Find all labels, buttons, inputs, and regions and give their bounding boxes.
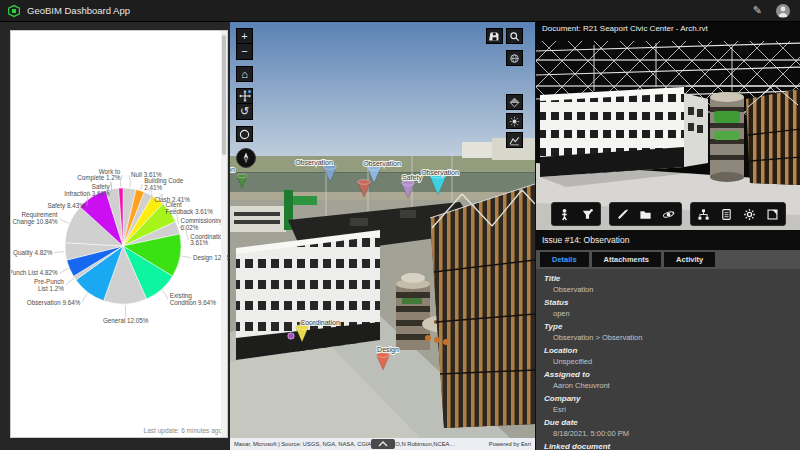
field-type: TypeObservation > Observation <box>544 322 794 342</box>
last-update-text: Last update: 6 minutes ago <box>144 427 222 434</box>
field-label: Status <box>544 298 794 307</box>
basemap-button[interactable] <box>506 50 523 66</box>
field-label: Company <box>544 394 794 403</box>
powered-by-esri: Powered by Esri <box>489 441 531 447</box>
field-status: Statusopen <box>544 298 794 318</box>
marker-label: Safety <box>402 174 422 182</box>
field-label: Location <box>544 346 794 355</box>
pan-button[interactable] <box>236 88 253 104</box>
pie-label: Pre-PunchList 1.2% <box>34 278 64 292</box>
properties-icon[interactable] <box>716 205 737 223</box>
app-title: GeoBIM Dashboard App <box>27 5 130 16</box>
tab-activity[interactable]: Activity <box>664 252 715 267</box>
camera-view-icon[interactable] <box>577 205 598 223</box>
fullscreen-icon[interactable] <box>762 205 783 223</box>
map-scene: ObservationObservationObservationSafetyO… <box>230 22 535 438</box>
field-label: Title <box>544 274 794 283</box>
orbit-icon[interactable] <box>658 205 679 223</box>
field-value: Esri <box>553 405 794 414</box>
zoom-in-button[interactable]: + <box>236 28 253 44</box>
field-company: CompanyEsri <box>544 394 794 414</box>
pie-label: ExistingCondition 9.64% <box>170 292 217 306</box>
save-button[interactable] <box>486 28 503 44</box>
document-title: Document: R21 Seaport Civic Center - Arc… <box>536 22 800 35</box>
slice-tool-button[interactable] <box>506 94 523 110</box>
field-label: Due date <box>544 418 794 427</box>
field-value: open <box>553 309 794 318</box>
pie-label: Punch List 4.82% <box>11 269 58 276</box>
map-nav-controls: + − ⌂ ↺ <box>236 28 256 168</box>
view-mode-button[interactable] <box>236 126 253 142</box>
field-value: Unspecified <box>553 357 794 366</box>
document-issue-panel: Document: R21 Seaport Civic Center - Arc… <box>535 22 800 450</box>
issue-details: TitleObservationStatusopenTypeObservatio… <box>536 269 800 450</box>
dashboard-left-region: Work toComplete 1.2%SafetyInfraction 3.6… <box>0 22 230 450</box>
chevron-up-icon[interactable] <box>371 439 395 449</box>
zoom-out-button[interactable]: − <box>236 44 253 60</box>
field-value: 8/18/2021, 5:00:00 PM <box>553 429 794 438</box>
issue-tabbar: DetailsAttachmentsActivity <box>536 250 800 269</box>
geobim-logo-icon <box>8 5 20 17</box>
pie-label: Quality 4.82% <box>13 249 53 257</box>
app-header: GeoBIM Dashboard App ✎ <box>0 0 800 22</box>
field-title: TitleObservation <box>544 274 794 294</box>
issue-header: Issue #14: Observation <box>536 230 800 250</box>
pie-label: ClientFeedback 3.61% <box>166 201 214 215</box>
user-avatar[interactable] <box>776 4 790 18</box>
pie-label: SafetyInfraction 3.61% <box>64 183 110 197</box>
bim-model-scene <box>536 35 800 230</box>
tab-details[interactable]: Details <box>540 252 589 267</box>
marker-label: Observation <box>295 159 333 166</box>
search-button[interactable] <box>506 28 523 44</box>
marker-label: Observation <box>421 169 459 176</box>
viewer-toolbar <box>536 202 800 226</box>
elevation-profile-tool-button[interactable] <box>506 132 523 148</box>
basemap-tool <box>506 50 523 66</box>
field-value: Aaron Cheuvront <box>553 381 794 390</box>
map-attribution: Maxar, Microsoft | Source: USGS, NGA, NA… <box>230 438 535 450</box>
marker-label: Observation <box>363 160 401 167</box>
marker-label: Design <box>377 346 399 354</box>
pie-label: Building Code2.41% <box>144 177 184 191</box>
pie-label: Safety 8.43% <box>47 202 85 210</box>
edit-icon[interactable]: ✎ <box>753 4 762 17</box>
pie-label: Commissioning6.02% <box>181 217 225 231</box>
map-analysis-tools <box>506 94 523 148</box>
field-due-date: Due date8/18/2021, 5:00:00 PM <box>544 418 794 438</box>
measure-icon[interactable] <box>612 205 633 223</box>
attribution-sources: Maxar, Microsoft | Source: USGS, NGA, NA… <box>234 441 459 447</box>
field-linked-document: Linked documentR21 Seaport Civic Center … <box>544 442 794 450</box>
issue-type-pie-chart: Work toComplete 1.2%SafetyInfraction 3.6… <box>11 31 229 437</box>
field-location: LocationUnspecified <box>544 346 794 366</box>
map-view[interactable]: ObservationObservationObservationSafetyO… <box>230 22 535 450</box>
tab-attachments[interactable]: Attachments <box>592 252 661 267</box>
marker-label: Coordination <box>300 319 340 326</box>
first-person-icon[interactable] <box>554 205 575 223</box>
bim-model-viewport[interactable] <box>536 35 800 230</box>
chart-card-scrollbar[interactable] <box>221 31 227 437</box>
pie-label: General 12.05% <box>103 317 149 324</box>
issue-type-pie-card: Work toComplete 1.2%SafetyInfraction 3.6… <box>10 30 228 438</box>
documents-icon[interactable] <box>635 205 656 223</box>
settings-gear-icon[interactable] <box>739 205 760 223</box>
geobim-app: GeoBIM Dashboard App ✎ Work toComplete 1… <box>0 0 800 450</box>
daylight-tool-button[interactable] <box>506 113 523 129</box>
pie-label: RequirementChange 10.84% <box>12 211 58 226</box>
compass[interactable] <box>236 148 256 168</box>
pie-label: Observation 9.64% <box>27 299 81 306</box>
home-button[interactable]: ⌂ <box>236 66 253 82</box>
marker-label: Observation <box>230 166 235 173</box>
field-label: Type <box>544 322 794 331</box>
rotate-button[interactable]: ↺ <box>236 104 253 120</box>
map-tools-top <box>486 28 523 44</box>
field-assigned-to: Assigned toAaron Cheuvront <box>544 370 794 390</box>
field-value: Observation > Observation <box>553 333 794 342</box>
field-value: Observation <box>553 285 794 294</box>
pie-label: Work toComplete 1.2% <box>77 168 121 183</box>
model-tree-icon[interactable] <box>693 205 714 223</box>
field-label: Linked document <box>544 442 794 450</box>
field-label: Assigned to <box>544 370 794 379</box>
